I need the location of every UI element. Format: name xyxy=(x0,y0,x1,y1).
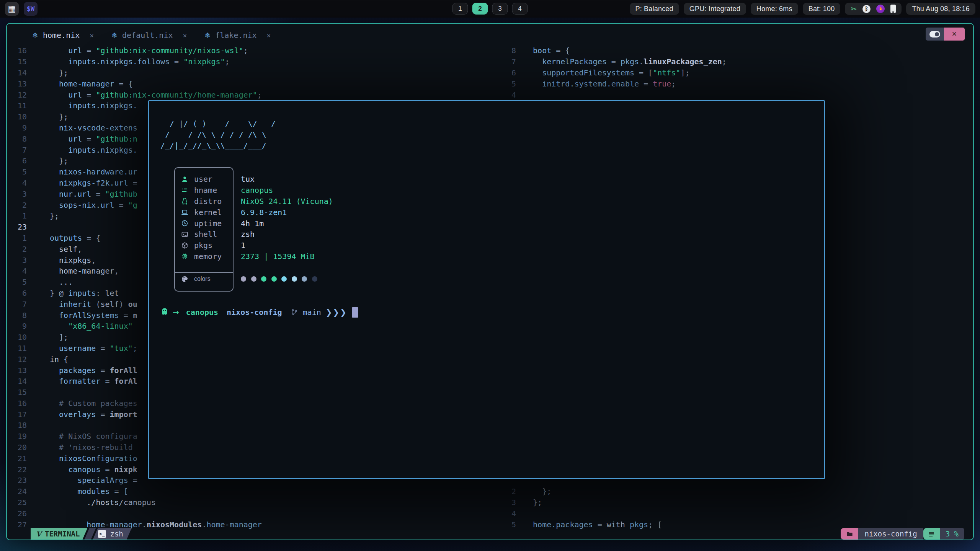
line-number: 15 xyxy=(7,57,27,66)
line-number: 16 xyxy=(7,399,27,408)
line-number: 13 xyxy=(7,366,27,375)
line-number: 15 xyxy=(7,388,27,397)
workspace-button-3[interactable]: 3 xyxy=(492,3,508,15)
line-number: 10 xyxy=(7,333,27,342)
code-line: 24 modules = [ xyxy=(7,486,262,497)
line-number: 1 xyxy=(7,233,27,243)
fetch-value: zsh xyxy=(241,230,255,239)
line-number: 5 xyxy=(501,79,516,88)
colors-label: colors xyxy=(194,276,241,282)
top-status-bar: ▦ $W 1234 P: BalancedGPU: IntegratedHome… xyxy=(0,0,980,18)
status-pill-1: GPU: Integrated xyxy=(684,3,746,15)
fastfetch-colors-row: colors xyxy=(181,273,317,285)
line-number: 6 xyxy=(7,289,27,298)
line-number: 9 xyxy=(7,123,27,132)
scissors-icon[interactable]: ✂ xyxy=(851,5,857,13)
editor-pane-right-bottom[interactable]: 2 };3 };45 home.packages = with pkgs; [ xyxy=(501,486,662,530)
code-line: 15 inputs.nixpkgs.follows = "nixpkgs"; xyxy=(7,56,262,67)
fetch-value: 2373 | 15394 MiB xyxy=(241,252,315,261)
line-number: 11 xyxy=(7,344,27,353)
fetch-value: NixOS 24.11 (Vicuna) xyxy=(241,197,333,206)
tab-home.nix[interactable]: ❄home.nix× xyxy=(32,31,94,40)
workspace-button-2[interactable]: 2 xyxy=(472,3,488,15)
code-line: 16 url = "github:nix-community/nixos-wsl… xyxy=(7,45,262,56)
line-number: 13 xyxy=(7,79,27,88)
line-number: 8 xyxy=(7,134,27,143)
fastfetch-row-hname: hnamecanopus xyxy=(181,185,333,196)
fastfetch-row-kernel: kernel6.9.8-zen1 xyxy=(181,207,333,218)
tab-default.nix[interactable]: ❄default.nix× xyxy=(111,31,187,40)
fetch-value: 1 xyxy=(241,241,245,250)
fastfetch-row-shell: shellzsh xyxy=(181,229,333,240)
editor-pane-right-top[interactable]: 8 boot = {7 kernelPackages = pkgs.linuxP… xyxy=(501,45,727,100)
fetch-value: 6.9.8-zen1 xyxy=(241,208,287,217)
code-line: 5 initrd.systemd.enable = true; xyxy=(501,78,727,89)
fetch-label: kernel xyxy=(194,208,241,217)
laptop-icon xyxy=(181,209,194,216)
list-lines-icon xyxy=(923,528,940,540)
tab-close-icon[interactable]: × xyxy=(90,31,94,39)
line-number: 2 xyxy=(7,245,27,254)
code-line: 3 }; xyxy=(501,497,662,508)
palette-dot-3 xyxy=(271,276,277,282)
line-number: 25 xyxy=(7,498,27,507)
workspace-button-1[interactable]: 1 xyxy=(452,3,468,15)
pane-toggle-switch[interactable] xyxy=(926,28,944,41)
fetch-label: shell xyxy=(194,230,241,239)
line-number: 3 xyxy=(501,498,516,507)
sw-logo-icon: $W xyxy=(27,5,34,13)
fetch-label: uptime xyxy=(194,219,241,228)
line-number: 16 xyxy=(7,46,27,55)
tab-close-icon[interactable]: × xyxy=(183,31,187,39)
phone-icon[interactable] xyxy=(890,5,896,13)
flame-icon[interactable] xyxy=(876,5,885,13)
prompt-arrow: → xyxy=(173,308,179,317)
fastfetch-row-distro: distroNixOS 24.11 (Vicuna) xyxy=(181,196,333,207)
apps-grid-icon: ▦ xyxy=(8,4,16,14)
fastfetch-row-uptime: uptime4h 1m xyxy=(181,218,333,229)
palette-icon xyxy=(181,276,194,283)
fastfetch-row-pkgs: pkgs1 xyxy=(181,240,333,251)
tab-close-icon[interactable]: × xyxy=(267,31,271,39)
system-tray: ✂ ᛒ xyxy=(845,3,902,15)
line-number: 7 xyxy=(7,145,27,155)
app-launcher-button[interactable]: ▦ xyxy=(5,2,19,16)
fetch-value: 4h 1m xyxy=(241,219,264,228)
fetch-label: user xyxy=(194,174,241,184)
shell-prompt[interactable]: → canopus nixos-config main ❯❯❯ xyxy=(160,306,358,318)
code-line: 7 kernelPackages = pkgs.linuxPackages_ze… xyxy=(501,56,727,67)
bluetooth-icon[interactable]: ᛒ xyxy=(862,5,871,13)
user-icon xyxy=(181,176,194,183)
workspace-button-4[interactable]: 4 xyxy=(512,3,528,15)
logo-button[interactable]: $W xyxy=(24,2,38,16)
mode-indicator[interactable]: V TERMINAL xyxy=(31,528,87,540)
nix-snowflake-icon: ❄ xyxy=(204,31,211,39)
tab-flake.nix[interactable]: ❄flake.nix× xyxy=(204,31,271,40)
workspace-switcher: 1234 xyxy=(452,3,528,15)
line-number: 6 xyxy=(7,156,27,165)
code-line: 8 boot = { xyxy=(501,45,727,56)
line-number: 12 xyxy=(7,90,27,99)
resource-percentage: 3 % xyxy=(940,528,964,540)
line-number: 7 xyxy=(7,300,27,309)
line-number: 9 xyxy=(7,321,27,331)
code-line: 4 xyxy=(501,508,662,519)
line-number: 8 xyxy=(501,46,516,55)
text-cursor[interactable] xyxy=(352,307,358,318)
line-number: 14 xyxy=(7,377,27,386)
close-button[interactable]: × xyxy=(944,28,965,41)
line-number: 22 xyxy=(7,465,27,474)
status-pill-2: Home: 6ms xyxy=(751,3,798,15)
palette-dot-1 xyxy=(251,276,256,282)
line-number: 1 xyxy=(7,211,27,220)
shell-tab[interactable]: >_ zsh xyxy=(93,528,131,540)
fetch-label: pkgs xyxy=(194,241,241,250)
line-number: 4 xyxy=(501,90,516,99)
fastfetch-row-memory: memory2373 | 15394 MiB xyxy=(181,251,333,262)
code-line: 12 url = "github:nix-community/home-mana… xyxy=(7,89,262,100)
fetch-value: tux xyxy=(241,174,255,184)
line-number: 24 xyxy=(7,487,27,496)
window-controls: × xyxy=(926,28,965,41)
floating-terminal-pane[interactable]: _ ___ ____ ____ / |/ (_)_ __/ __ \/ __/ … xyxy=(148,100,825,479)
line-number: 6 xyxy=(501,68,516,77)
